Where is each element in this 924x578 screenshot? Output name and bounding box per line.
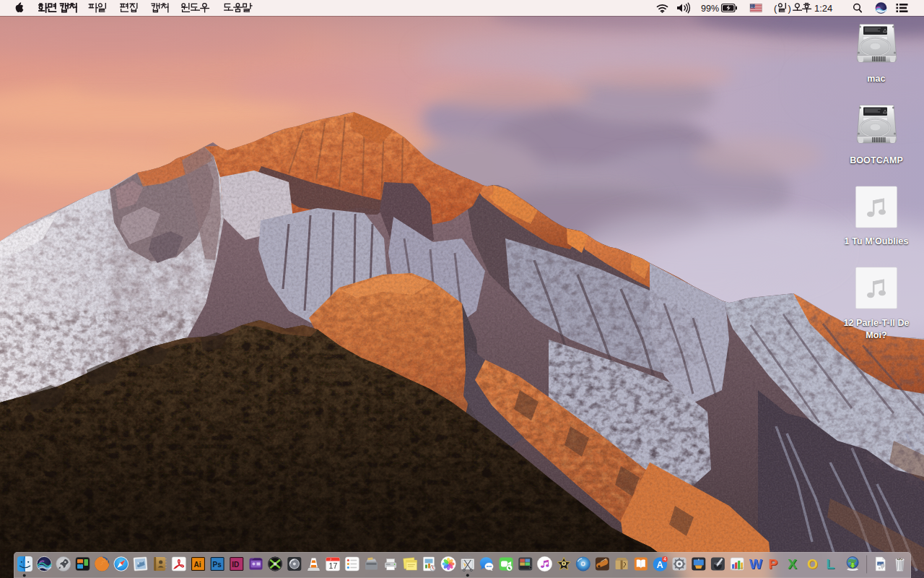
svg-text:W: W — [749, 556, 762, 571]
svg-text:L: L — [827, 556, 835, 571]
svg-text:99%: 99% — [701, 4, 719, 14]
svg-text:(: ( — [774, 3, 777, 14]
svg-text:X: X — [788, 556, 797, 571]
svg-text:ID: ID — [232, 561, 239, 569]
svg-text:1:24: 1:24 — [814, 3, 832, 14]
svg-text:Ps: Ps — [213, 561, 222, 569]
svg-text:7: 7 — [330, 558, 331, 561]
svg-text:P: P — [769, 556, 778, 571]
svg-text:Ai: Ai — [194, 561, 201, 569]
svg-text:MOV: MOV — [879, 567, 884, 570]
svg-text:O: O — [807, 556, 818, 571]
svg-text:A: A — [657, 560, 663, 570]
svg-text:4: 4 — [663, 556, 666, 561]
svg-text:): ) — [788, 3, 791, 14]
svg-text:17: 17 — [329, 561, 338, 570]
